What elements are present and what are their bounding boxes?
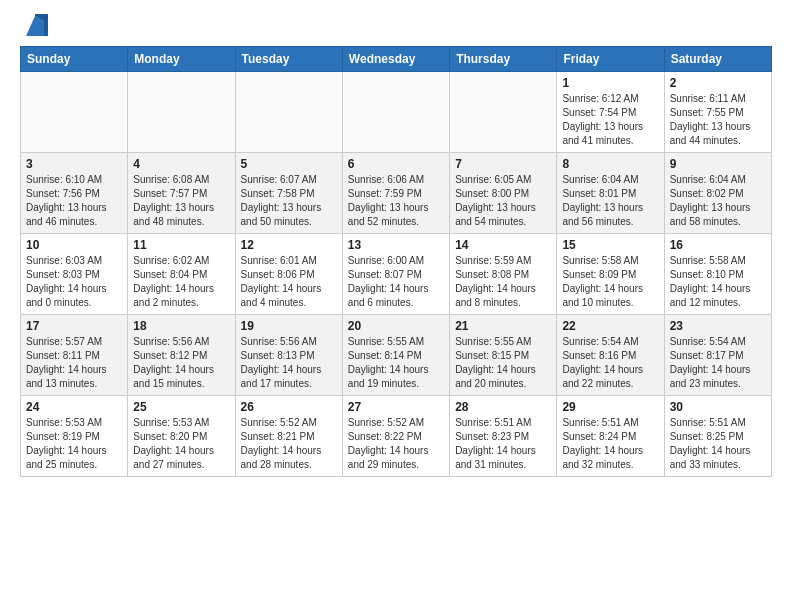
day-info: Sunrise: 5:51 AM Sunset: 8:24 PM Dayligh…: [562, 416, 658, 472]
day-info: Sunrise: 5:52 AM Sunset: 8:21 PM Dayligh…: [241, 416, 337, 472]
calendar-cell: 4Sunrise: 6:08 AM Sunset: 7:57 PM Daylig…: [128, 153, 235, 234]
weekday-header: Tuesday: [235, 47, 342, 72]
day-number: 18: [133, 319, 229, 333]
calendar-cell: 1Sunrise: 6:12 AM Sunset: 7:54 PM Daylig…: [557, 72, 664, 153]
calendar-cell: 25Sunrise: 5:53 AM Sunset: 8:20 PM Dayli…: [128, 396, 235, 477]
calendar-cell: [450, 72, 557, 153]
day-number: 13: [348, 238, 444, 252]
day-number: 20: [348, 319, 444, 333]
day-info: Sunrise: 6:08 AM Sunset: 7:57 PM Dayligh…: [133, 173, 229, 229]
day-info: Sunrise: 5:58 AM Sunset: 8:09 PM Dayligh…: [562, 254, 658, 310]
day-info: Sunrise: 5:53 AM Sunset: 8:19 PM Dayligh…: [26, 416, 122, 472]
day-number: 24: [26, 400, 122, 414]
calendar-cell: 15Sunrise: 5:58 AM Sunset: 8:09 PM Dayli…: [557, 234, 664, 315]
day-info: Sunrise: 6:11 AM Sunset: 7:55 PM Dayligh…: [670, 92, 766, 148]
day-number: 19: [241, 319, 337, 333]
calendar-cell: 23Sunrise: 5:54 AM Sunset: 8:17 PM Dayli…: [664, 315, 771, 396]
day-info: Sunrise: 5:52 AM Sunset: 8:22 PM Dayligh…: [348, 416, 444, 472]
day-number: 5: [241, 157, 337, 171]
calendar-cell: 29Sunrise: 5:51 AM Sunset: 8:24 PM Dayli…: [557, 396, 664, 477]
day-number: 8: [562, 157, 658, 171]
day-info: Sunrise: 6:01 AM Sunset: 8:06 PM Dayligh…: [241, 254, 337, 310]
calendar-cell: 8Sunrise: 6:04 AM Sunset: 8:01 PM Daylig…: [557, 153, 664, 234]
weekday-header: Saturday: [664, 47, 771, 72]
day-info: Sunrise: 5:55 AM Sunset: 8:14 PM Dayligh…: [348, 335, 444, 391]
logo: [20, 16, 48, 36]
calendar-table: SundayMondayTuesdayWednesdayThursdayFrid…: [20, 46, 772, 477]
day-number: 6: [348, 157, 444, 171]
day-info: Sunrise: 5:59 AM Sunset: 8:08 PM Dayligh…: [455, 254, 551, 310]
calendar-week-row: 1Sunrise: 6:12 AM Sunset: 7:54 PM Daylig…: [21, 72, 772, 153]
day-number: 27: [348, 400, 444, 414]
day-info: Sunrise: 6:10 AM Sunset: 7:56 PM Dayligh…: [26, 173, 122, 229]
day-info: Sunrise: 5:56 AM Sunset: 8:12 PM Dayligh…: [133, 335, 229, 391]
day-info: Sunrise: 6:06 AM Sunset: 7:59 PM Dayligh…: [348, 173, 444, 229]
calendar-week-row: 17Sunrise: 5:57 AM Sunset: 8:11 PM Dayli…: [21, 315, 772, 396]
calendar-cell: 3Sunrise: 6:10 AM Sunset: 7:56 PM Daylig…: [21, 153, 128, 234]
calendar-cell: 12Sunrise: 6:01 AM Sunset: 8:06 PM Dayli…: [235, 234, 342, 315]
weekday-header: Sunday: [21, 47, 128, 72]
day-info: Sunrise: 5:57 AM Sunset: 8:11 PM Dayligh…: [26, 335, 122, 391]
day-info: Sunrise: 6:04 AM Sunset: 8:01 PM Dayligh…: [562, 173, 658, 229]
day-number: 14: [455, 238, 551, 252]
calendar-cell: [235, 72, 342, 153]
day-number: 21: [455, 319, 551, 333]
day-info: Sunrise: 6:05 AM Sunset: 8:00 PM Dayligh…: [455, 173, 551, 229]
calendar-cell: 30Sunrise: 5:51 AM Sunset: 8:25 PM Dayli…: [664, 396, 771, 477]
logo-icon: [22, 14, 48, 40]
day-number: 12: [241, 238, 337, 252]
day-info: Sunrise: 6:02 AM Sunset: 8:04 PM Dayligh…: [133, 254, 229, 310]
day-number: 10: [26, 238, 122, 252]
day-info: Sunrise: 5:51 AM Sunset: 8:23 PM Dayligh…: [455, 416, 551, 472]
day-number: 9: [670, 157, 766, 171]
calendar-cell: 18Sunrise: 5:56 AM Sunset: 8:12 PM Dayli…: [128, 315, 235, 396]
day-number: 3: [26, 157, 122, 171]
day-info: Sunrise: 6:12 AM Sunset: 7:54 PM Dayligh…: [562, 92, 658, 148]
day-number: 17: [26, 319, 122, 333]
calendar-cell: [128, 72, 235, 153]
header: [20, 16, 772, 36]
calendar-cell: 21Sunrise: 5:55 AM Sunset: 8:15 PM Dayli…: [450, 315, 557, 396]
day-number: 11: [133, 238, 229, 252]
day-info: Sunrise: 5:51 AM Sunset: 8:25 PM Dayligh…: [670, 416, 766, 472]
day-info: Sunrise: 6:04 AM Sunset: 8:02 PM Dayligh…: [670, 173, 766, 229]
calendar-cell: 27Sunrise: 5:52 AM Sunset: 8:22 PM Dayli…: [342, 396, 449, 477]
day-info: Sunrise: 5:58 AM Sunset: 8:10 PM Dayligh…: [670, 254, 766, 310]
calendar-cell: 11Sunrise: 6:02 AM Sunset: 8:04 PM Dayli…: [128, 234, 235, 315]
day-number: 25: [133, 400, 229, 414]
calendar-cell: 9Sunrise: 6:04 AM Sunset: 8:02 PM Daylig…: [664, 153, 771, 234]
day-number: 26: [241, 400, 337, 414]
calendar-cell: 14Sunrise: 5:59 AM Sunset: 8:08 PM Dayli…: [450, 234, 557, 315]
day-number: 30: [670, 400, 766, 414]
day-number: 22: [562, 319, 658, 333]
day-number: 23: [670, 319, 766, 333]
day-info: Sunrise: 6:07 AM Sunset: 7:58 PM Dayligh…: [241, 173, 337, 229]
day-number: 29: [562, 400, 658, 414]
day-number: 2: [670, 76, 766, 90]
weekday-header: Wednesday: [342, 47, 449, 72]
day-number: 16: [670, 238, 766, 252]
day-info: Sunrise: 5:53 AM Sunset: 8:20 PM Dayligh…: [133, 416, 229, 472]
day-number: 15: [562, 238, 658, 252]
day-number: 28: [455, 400, 551, 414]
calendar-week-row: 3Sunrise: 6:10 AM Sunset: 7:56 PM Daylig…: [21, 153, 772, 234]
day-number: 1: [562, 76, 658, 90]
calendar-header-row: SundayMondayTuesdayWednesdayThursdayFrid…: [21, 47, 772, 72]
calendar-cell: 24Sunrise: 5:53 AM Sunset: 8:19 PM Dayli…: [21, 396, 128, 477]
day-info: Sunrise: 6:03 AM Sunset: 8:03 PM Dayligh…: [26, 254, 122, 310]
weekday-header: Monday: [128, 47, 235, 72]
calendar-cell: 28Sunrise: 5:51 AM Sunset: 8:23 PM Dayli…: [450, 396, 557, 477]
day-info: Sunrise: 5:55 AM Sunset: 8:15 PM Dayligh…: [455, 335, 551, 391]
calendar-cell: 7Sunrise: 6:05 AM Sunset: 8:00 PM Daylig…: [450, 153, 557, 234]
calendar-cell: 26Sunrise: 5:52 AM Sunset: 8:21 PM Dayli…: [235, 396, 342, 477]
calendar-cell: 5Sunrise: 6:07 AM Sunset: 7:58 PM Daylig…: [235, 153, 342, 234]
weekday-header: Friday: [557, 47, 664, 72]
calendar-cell: 17Sunrise: 5:57 AM Sunset: 8:11 PM Dayli…: [21, 315, 128, 396]
calendar-cell: 6Sunrise: 6:06 AM Sunset: 7:59 PM Daylig…: [342, 153, 449, 234]
calendar-cell: [342, 72, 449, 153]
page: SundayMondayTuesdayWednesdayThursdayFrid…: [0, 0, 792, 493]
calendar-cell: 10Sunrise: 6:03 AM Sunset: 8:03 PM Dayli…: [21, 234, 128, 315]
calendar-cell: 20Sunrise: 5:55 AM Sunset: 8:14 PM Dayli…: [342, 315, 449, 396]
calendar-cell: 16Sunrise: 5:58 AM Sunset: 8:10 PM Dayli…: [664, 234, 771, 315]
day-info: Sunrise: 5:54 AM Sunset: 8:16 PM Dayligh…: [562, 335, 658, 391]
